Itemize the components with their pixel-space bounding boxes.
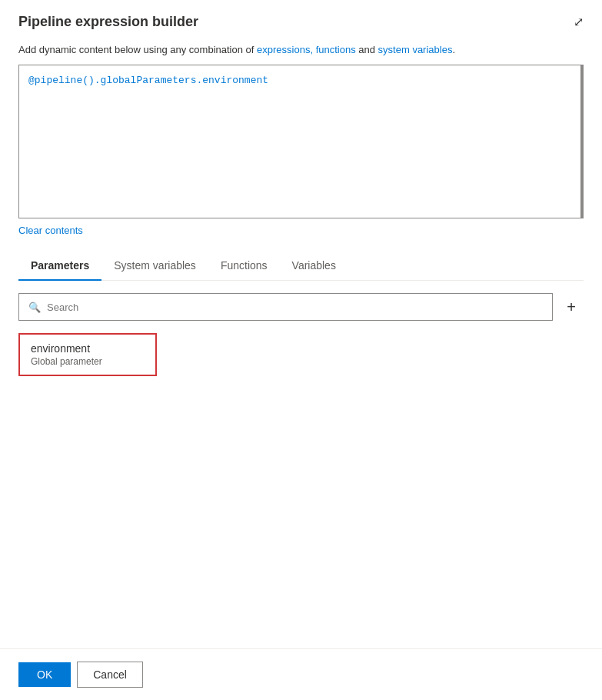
parameter-name: environment	[31, 342, 145, 355]
desc-middle: and	[356, 44, 378, 55]
system-variables-link[interactable]: system variables	[378, 44, 453, 55]
cancel-button[interactable]: Cancel	[77, 662, 143, 688]
tab-variables[interactable]: Variables	[280, 252, 348, 281]
dialog-header: Pipeline expression builder ⤢	[0, 0, 602, 39]
search-row: 🔍 +	[18, 293, 584, 321]
pipeline-expression-builder-dialog: Pipeline expression builder ⤢ Add dynami…	[0, 0, 602, 700]
expressions-link[interactable]: expressions,	[257, 44, 313, 55]
tabs-bar: Parameters System variables Functions Va…	[18, 252, 584, 281]
search-box-container: 🔍	[18, 293, 553, 321]
expression-editor[interactable]	[18, 65, 584, 218]
expand-icon[interactable]: ⤢	[574, 15, 584, 29]
parameter-type: Global parameter	[31, 356, 145, 367]
search-icon: 🔍	[28, 302, 41, 313]
parameter-item-environment[interactable]: environment Global parameter	[18, 333, 157, 376]
clear-contents-link[interactable]: Clear contents	[18, 225, 584, 236]
dialog-title: Pipeline expression builder	[18, 14, 198, 30]
description-prefix: Add dynamic content below using any comb…	[18, 44, 257, 55]
tabs-section: Parameters System variables Functions Va…	[18, 252, 584, 376]
functions-link[interactable]: functions	[316, 44, 356, 55]
desc-suffix: .	[452, 44, 455, 55]
dialog-footer: OK Cancel	[0, 648, 602, 700]
tab-system-variables[interactable]: System variables	[101, 252, 208, 281]
add-parameter-button[interactable]: +	[559, 295, 584, 319]
tab-content-parameters: 🔍 + environment Global parameter	[18, 293, 584, 376]
tab-parameters[interactable]: Parameters	[18, 252, 101, 281]
dialog-body: Add dynamic content below using any comb…	[0, 39, 602, 648]
ok-button[interactable]: OK	[18, 662, 71, 687]
search-input[interactable]	[47, 302, 543, 313]
description-text: Add dynamic content below using any comb…	[18, 44, 584, 55]
tab-functions[interactable]: Functions	[208, 252, 280, 281]
